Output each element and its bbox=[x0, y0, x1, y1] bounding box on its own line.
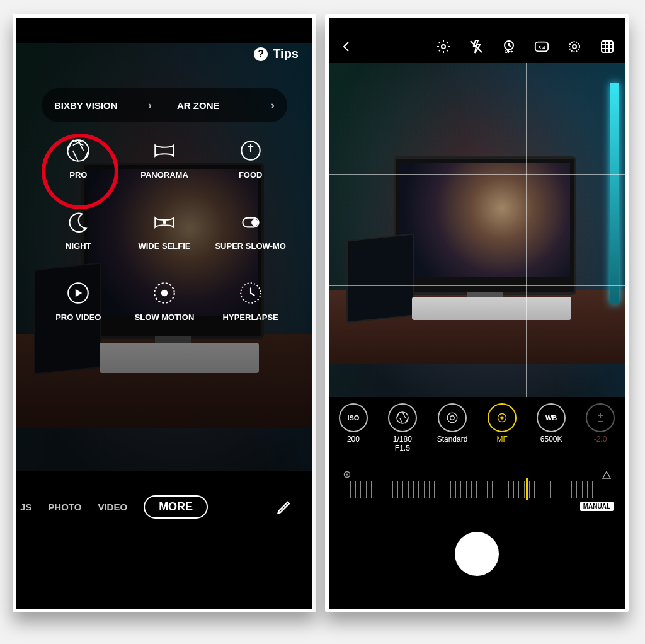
mode-label: SUPER SLOW-MO bbox=[215, 241, 285, 251]
filter-icon bbox=[438, 403, 467, 432]
infinity-focus-icon bbox=[601, 469, 612, 480]
flash-off-icon[interactable] bbox=[469, 39, 484, 54]
grid-icon[interactable] bbox=[600, 39, 615, 54]
tips-button[interactable]: ? Tips bbox=[254, 47, 299, 61]
timer-off-icon[interactable]: OFF bbox=[501, 39, 517, 54]
svg-point-15 bbox=[569, 42, 579, 52]
svg-text:3:4: 3:4 bbox=[539, 45, 546, 50]
mode-label: NIGHT bbox=[66, 241, 91, 251]
mode-slow-motion[interactable]: SLOW MOTION bbox=[122, 280, 208, 322]
tab-more[interactable]: MORE bbox=[144, 495, 208, 519]
iso-icon: ISO bbox=[339, 403, 368, 432]
iso-value: 200 bbox=[347, 435, 360, 444]
mode-label: PRO VIDEO bbox=[55, 313, 101, 322]
exposure-icon bbox=[586, 403, 615, 432]
viewfinder-scene bbox=[329, 63, 625, 397]
motion-photo-icon[interactable] bbox=[567, 39, 582, 54]
pro-whitebalance[interactable]: WB 6500K bbox=[537, 403, 566, 453]
slider-marker[interactable] bbox=[526, 478, 528, 500]
mode-hyperlapse[interactable]: HYPERLAPSE bbox=[207, 280, 294, 322]
mode-night[interactable]: NIGHT bbox=[35, 209, 122, 251]
panorama-icon bbox=[151, 137, 178, 164]
camera-mode-tabs: JS PHOTO VIDEO MORE bbox=[16, 493, 312, 520]
svg-point-31 bbox=[346, 474, 348, 476]
mode-super-slow-mo[interactable]: SUPER SLOW-MO bbox=[207, 209, 294, 251]
pro-focus[interactable]: MF bbox=[488, 403, 517, 453]
bixby-label: BIXBY VISION bbox=[54, 100, 118, 111]
mode-label: HYPERLAPSE bbox=[223, 313, 278, 322]
svg-point-2 bbox=[163, 220, 166, 224]
mode-label: SLOW MOTION bbox=[135, 313, 195, 322]
mode-label: FOOD bbox=[239, 170, 263, 180]
tab-partial[interactable]: JS bbox=[20, 502, 31, 512]
play-circle-icon bbox=[65, 280, 91, 306]
tab-video[interactable]: VIDEO bbox=[98, 502, 127, 512]
tips-label: Tips bbox=[273, 47, 299, 61]
svg-point-7 bbox=[161, 290, 168, 297]
tab-photo[interactable]: PHOTO bbox=[48, 502, 81, 512]
mode-pro-video[interactable]: PRO VIDEO bbox=[35, 280, 122, 322]
pro-top-bar: OFF 3:4 bbox=[329, 33, 625, 60]
manual-tag: MANUAL bbox=[580, 502, 614, 511]
svg-text:OFF: OFF bbox=[505, 49, 514, 54]
mode-wide-selfie[interactable]: WIDE SELFIE bbox=[122, 209, 208, 251]
mode-label: PRO bbox=[69, 170, 87, 180]
pro-settings-row: ISO 200 1/180F1.5 Standard MF WB 6500K bbox=[329, 403, 625, 453]
arzone-label: AR ZONE bbox=[177, 100, 220, 111]
top-pill-row: BIXBY VISION › AR ZONE › bbox=[42, 88, 287, 122]
pro-exposure[interactable]: -2.0 bbox=[586, 403, 615, 453]
mode-panorama[interactable]: PANORAMA bbox=[122, 137, 208, 180]
svg-point-9 bbox=[442, 45, 445, 49]
food-icon bbox=[237, 137, 264, 164]
svg-rect-17 bbox=[602, 41, 613, 52]
pro-iso[interactable]: ISO 200 bbox=[339, 403, 368, 453]
help-icon: ? bbox=[254, 47, 268, 61]
pro-filter[interactable]: Standard bbox=[437, 403, 468, 453]
svg-point-23 bbox=[447, 413, 457, 423]
phone-right-pro-mode: OFF 3:4 ISO 200 1/180F1.5 Standard bbox=[325, 14, 629, 612]
focus-icon bbox=[488, 403, 517, 432]
aperture-icon bbox=[388, 403, 417, 432]
wide-selfie-icon bbox=[151, 209, 178, 235]
moon-icon bbox=[65, 209, 91, 235]
focus-value: MF bbox=[497, 435, 508, 444]
wb-icon: WB bbox=[537, 403, 566, 432]
mode-label: PANORAMA bbox=[140, 170, 188, 180]
svg-point-4 bbox=[251, 219, 258, 226]
mode-label: WIDE SELFIE bbox=[138, 241, 190, 251]
macro-focus-icon bbox=[341, 469, 353, 480]
back-icon[interactable] bbox=[339, 39, 354, 54]
mode-pro[interactable]: PRO bbox=[35, 137, 122, 180]
svg-point-16 bbox=[573, 45, 576, 49]
wb-value: 6500K bbox=[540, 435, 562, 444]
mode-food[interactable]: FOOD bbox=[207, 137, 294, 180]
ev-value: -2.0 bbox=[594, 435, 607, 444]
filter-value: Standard bbox=[437, 435, 468, 444]
shutter-value: 1/180F1.5 bbox=[393, 435, 412, 453]
edit-icon[interactable] bbox=[276, 498, 294, 515]
svg-point-26 bbox=[501, 417, 503, 419]
phone-left-more-modes: ? Tips BIXBY VISION › AR ZONE › PRO PANO… bbox=[13, 14, 316, 612]
slowmo-icon bbox=[151, 280, 178, 306]
aspect-ratio-icon[interactable]: 3:4 bbox=[534, 39, 549, 54]
aperture-icon bbox=[65, 137, 91, 164]
mode-grid: PRO PANORAMA FOOD NIGHT WIDE SELFIE bbox=[35, 137, 294, 322]
settings-gear-icon[interactable] bbox=[436, 39, 451, 54]
chevron-right-icon: › bbox=[271, 99, 275, 112]
shutter-button[interactable] bbox=[455, 532, 499, 576]
pro-shutter[interactable]: 1/180F1.5 bbox=[388, 403, 417, 453]
bixby-vision-button[interactable]: BIXBY VISION › bbox=[42, 99, 164, 112]
svg-point-24 bbox=[450, 416, 455, 420]
chevron-right-icon: › bbox=[148, 99, 152, 112]
super-slowmo-icon bbox=[237, 209, 264, 235]
hyperlapse-icon bbox=[237, 280, 264, 306]
ar-zone-button[interactable]: AR ZONE › bbox=[164, 99, 287, 112]
slider-ticks bbox=[340, 481, 614, 498]
